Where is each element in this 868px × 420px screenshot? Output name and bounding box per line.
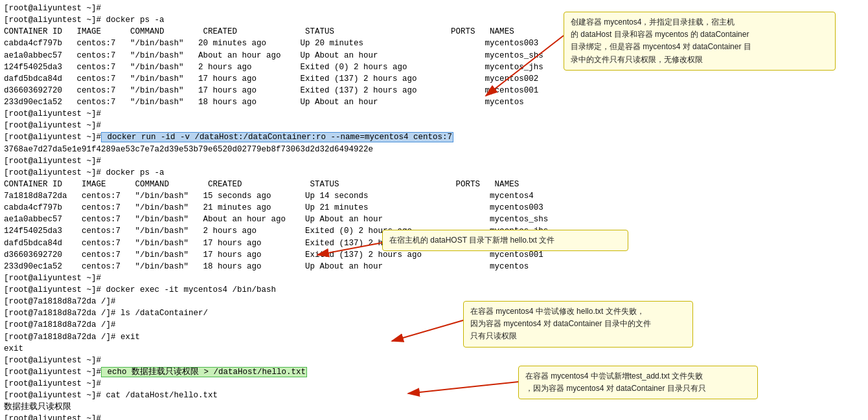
line-ls: [root@7a1818d8a72da /]# ls /dataContaine… bbox=[4, 307, 864, 319]
line-p1: [root@aliyuntest ~]# bbox=[4, 108, 864, 120]
echo-cmd1: echo 数据挂载只读权限 > /dataHost/hello.txt bbox=[101, 367, 307, 377]
line-row6: 233d90ec1a52 centos:7 "/bin/bash" 18 hou… bbox=[4, 96, 864, 108]
line-row13: 233d90ec1a52 centos:7 "/bin/bash" 18 hou… bbox=[4, 261, 864, 272]
line-p7: [root@aliyuntest ~]# bbox=[4, 355, 864, 366]
annotation-1: 创建容器 mycentos4，并指定目录挂载，宿主机 的 dataHost 目录… bbox=[564, 12, 836, 71]
line-p5: [root@7a1818d8a72da /]# bbox=[4, 296, 864, 307]
line-p9: [root@aliyuntest ~]# bbox=[4, 413, 864, 420]
line-p4: [root@aliyuntest ~]# bbox=[4, 272, 864, 284]
line-header2: CONTAINER ID IMAGE COMMAND CREATED STATU… bbox=[4, 179, 864, 190]
line-readonly1: 数据挂载只读权限 bbox=[4, 401, 864, 413]
terminal: [root@aliyuntest ~]# [root@aliyuntest ~]… bbox=[0, 0, 868, 420]
line-hash: 3768ae7d27da5e1e91f4289ae53c7e7a2d39e53b… bbox=[4, 144, 864, 155]
line-row5: d36603692720 centos:7 "/bin/bash" 17 hou… bbox=[4, 85, 864, 96]
line-exec1: [root@aliyuntest ~]# docker exec -it myc… bbox=[4, 284, 864, 296]
line-cmd2: [root@aliyuntest ~]# docker ps -a bbox=[4, 167, 864, 179]
line-exit-output: exit bbox=[4, 343, 864, 355]
annotation-3: 在容器 mycentos4 中尝试修改 hello.txt 文件失败， 因为容器… bbox=[463, 301, 693, 348]
annotation-4: 在容器 mycentos4 中尝试新增test_add.txt 文件失败 ，因为… bbox=[518, 366, 758, 399]
line-p2: [root@aliyuntest ~]# bbox=[4, 120, 864, 131]
line-row4: dafd5bdca84d centos:7 "/bin/bash" 17 hou… bbox=[4, 73, 864, 85]
line-row8: cabda4cf797b centos:7 "/bin/bash" 21 min… bbox=[4, 202, 864, 214]
line-row7: 7a1818d8a72da centos:7 "/bin/bash" 15 se… bbox=[4, 190, 864, 202]
line-exit1: [root@7a1818d8a72da /]# exit bbox=[4, 331, 864, 343]
annotation-2: 在宿主机的 dataHOST 目录下新增 hello.txt 文件 bbox=[382, 230, 628, 251]
line-p3: [root@aliyuntest ~]# bbox=[4, 155, 864, 167]
line-cmd-docker-run: [root@aliyuntest ~]# docker run -id -v /… bbox=[4, 131, 864, 143]
line-row9: ae1a0abbec57 centos:7 "/bin/bash" About … bbox=[4, 214, 864, 225]
docker-run-cmd: docker run -id -v /dataHost:/dataContain… bbox=[101, 132, 453, 142]
line-p6: [root@7a1818d8a72da /]# bbox=[4, 319, 864, 331]
